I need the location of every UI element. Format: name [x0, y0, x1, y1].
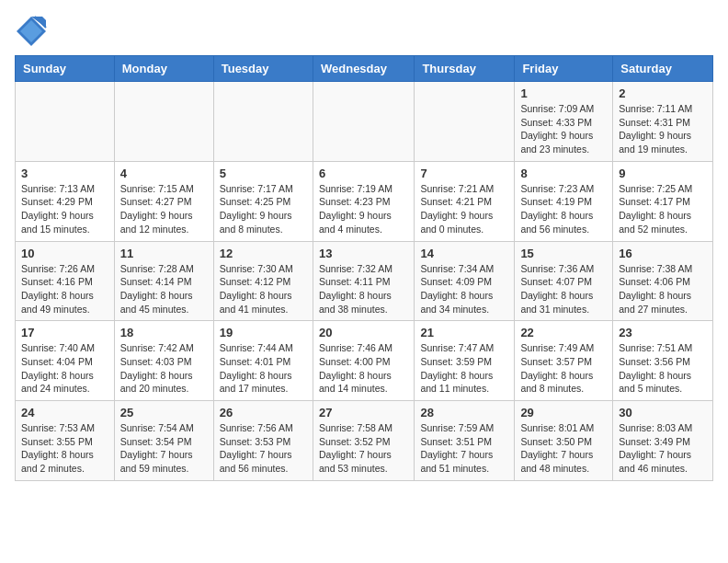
day-number: 18 — [120, 326, 208, 339]
day-cell: 28Sunrise: 7:59 AM Sunset: 3:51 PM Dayli… — [415, 401, 515, 481]
day-info: Sunrise: 7:26 AM Sunset: 4:16 PM Dayligh… — [21, 262, 108, 316]
week-row-5: 24Sunrise: 7:53 AM Sunset: 3:55 PM Dayli… — [16, 401, 713, 481]
logo — [15, 15, 51, 48]
day-cell: 11Sunrise: 7:28 AM Sunset: 4:14 PM Dayli… — [114, 241, 213, 321]
day-cell: 8Sunrise: 7:23 AM Sunset: 4:19 PM Daylig… — [515, 161, 613, 241]
day-number: 8 — [520, 167, 607, 180]
day-number: 14 — [420, 247, 508, 260]
day-number: 27 — [319, 406, 408, 419]
week-row-1: 1Sunrise: 7:09 AM Sunset: 4:33 PM Daylig… — [16, 82, 713, 162]
day-info: Sunrise: 7:30 AM Sunset: 4:12 PM Dayligh… — [220, 262, 307, 316]
day-cell: 9Sunrise: 7:25 AM Sunset: 4:17 PM Daylig… — [613, 161, 713, 241]
day-cell: 3Sunrise: 7:13 AM Sunset: 4:29 PM Daylig… — [16, 161, 115, 241]
day-number: 22 — [520, 326, 607, 339]
day-cell: 5Sunrise: 7:17 AM Sunset: 4:25 PM Daylig… — [213, 161, 313, 241]
day-cell: 18Sunrise: 7:42 AM Sunset: 4:03 PM Dayli… — [114, 321, 213, 401]
day-info: Sunrise: 7:09 AM Sunset: 4:33 PM Dayligh… — [520, 102, 607, 156]
header-thursday: Thursday — [415, 56, 515, 82]
day-number: 24 — [21, 406, 108, 419]
day-number: 2 — [619, 86, 707, 100]
day-cell: 14Sunrise: 7:34 AM Sunset: 4:09 PM Dayli… — [415, 241, 515, 321]
day-info: Sunrise: 7:49 AM Sunset: 3:57 PM Dayligh… — [520, 341, 607, 396]
day-number: 15 — [520, 247, 607, 260]
day-info: Sunrise: 7:32 AM Sunset: 4:11 PM Dayligh… — [319, 262, 408, 316]
day-cell: 24Sunrise: 7:53 AM Sunset: 3:55 PM Dayli… — [16, 401, 115, 481]
day-number: 6 — [319, 167, 408, 180]
day-info: Sunrise: 7:54 AM Sunset: 3:54 PM Dayligh… — [120, 421, 208, 476]
day-info: Sunrise: 7:23 AM Sunset: 4:19 PM Dayligh… — [520, 182, 607, 236]
day-cell — [114, 82, 213, 162]
header-wednesday: Wednesday — [313, 56, 414, 82]
day-cell: 4Sunrise: 7:15 AM Sunset: 4:27 PM Daylig… — [114, 161, 213, 241]
day-cell: 1Sunrise: 7:09 AM Sunset: 4:33 PM Daylig… — [515, 82, 613, 162]
day-cell: 17Sunrise: 7:40 AM Sunset: 4:04 PM Dayli… — [16, 321, 115, 401]
day-info: Sunrise: 7:53 AM Sunset: 3:55 PM Dayligh… — [21, 421, 108, 476]
day-info: Sunrise: 7:13 AM Sunset: 4:29 PM Dayligh… — [21, 182, 108, 236]
day-number: 7 — [420, 167, 508, 180]
day-info: Sunrise: 7:47 AM Sunset: 3:59 PM Dayligh… — [420, 341, 508, 396]
day-cell: 6Sunrise: 7:19 AM Sunset: 4:23 PM Daylig… — [313, 161, 414, 241]
day-number: 10 — [21, 247, 108, 260]
week-row-2: 3Sunrise: 7:13 AM Sunset: 4:29 PM Daylig… — [16, 161, 713, 241]
day-info: Sunrise: 7:59 AM Sunset: 3:51 PM Dayligh… — [420, 421, 508, 476]
day-cell: 30Sunrise: 8:03 AM Sunset: 3:49 PM Dayli… — [613, 401, 713, 481]
day-cell: 21Sunrise: 7:47 AM Sunset: 3:59 PM Dayli… — [415, 321, 515, 401]
svg-marker-1 — [20, 20, 42, 42]
day-number: 12 — [220, 247, 307, 260]
logo-icon — [15, 15, 48, 48]
day-cell: 23Sunrise: 7:51 AM Sunset: 3:56 PM Dayli… — [613, 321, 713, 401]
day-info: Sunrise: 7:17 AM Sunset: 4:25 PM Dayligh… — [220, 182, 307, 236]
day-number: 1 — [520, 86, 607, 100]
day-cell: 25Sunrise: 7:54 AM Sunset: 3:54 PM Dayli… — [114, 401, 213, 481]
day-info: Sunrise: 7:25 AM Sunset: 4:17 PM Dayligh… — [619, 182, 707, 236]
day-cell: 19Sunrise: 7:44 AM Sunset: 4:01 PM Dayli… — [213, 321, 313, 401]
day-cell — [313, 82, 414, 162]
day-cell: 2Sunrise: 7:11 AM Sunset: 4:31 PM Daylig… — [613, 82, 713, 162]
day-info: Sunrise: 7:51 AM Sunset: 3:56 PM Dayligh… — [619, 341, 707, 396]
day-cell — [213, 82, 313, 162]
day-info: Sunrise: 8:01 AM Sunset: 3:50 PM Dayligh… — [520, 421, 607, 476]
day-info: Sunrise: 8:03 AM Sunset: 3:49 PM Dayligh… — [619, 421, 707, 476]
day-cell: 20Sunrise: 7:46 AM Sunset: 4:00 PM Dayli… — [313, 321, 414, 401]
day-cell — [415, 82, 515, 162]
day-cell: 26Sunrise: 7:56 AM Sunset: 3:53 PM Dayli… — [213, 401, 313, 481]
day-info: Sunrise: 7:15 AM Sunset: 4:27 PM Dayligh… — [120, 182, 208, 236]
day-cell: 7Sunrise: 7:21 AM Sunset: 4:21 PM Daylig… — [415, 161, 515, 241]
day-info: Sunrise: 7:38 AM Sunset: 4:06 PM Dayligh… — [619, 262, 707, 316]
day-number: 16 — [619, 247, 707, 260]
day-cell: 15Sunrise: 7:36 AM Sunset: 4:07 PM Dayli… — [515, 241, 613, 321]
day-number: 25 — [120, 406, 208, 419]
day-number: 26 — [220, 406, 307, 419]
day-cell: 12Sunrise: 7:30 AM Sunset: 4:12 PM Dayli… — [213, 241, 313, 321]
day-info: Sunrise: 7:44 AM Sunset: 4:01 PM Dayligh… — [220, 341, 307, 396]
header-saturday: Saturday — [613, 56, 713, 82]
day-info: Sunrise: 7:46 AM Sunset: 4:00 PM Dayligh… — [319, 341, 408, 396]
day-info: Sunrise: 7:56 AM Sunset: 3:53 PM Dayligh… — [220, 421, 307, 476]
week-row-3: 10Sunrise: 7:26 AM Sunset: 4:16 PM Dayli… — [16, 241, 713, 321]
header-tuesday: Tuesday — [213, 56, 313, 82]
day-number: 28 — [420, 406, 508, 419]
day-cell — [16, 82, 115, 162]
header-sunday: Sunday — [16, 56, 115, 82]
day-cell: 29Sunrise: 8:01 AM Sunset: 3:50 PM Dayli… — [515, 401, 613, 481]
day-number: 9 — [619, 167, 707, 180]
week-row-4: 17Sunrise: 7:40 AM Sunset: 4:04 PM Dayli… — [16, 321, 713, 401]
day-info: Sunrise: 7:11 AM Sunset: 4:31 PM Dayligh… — [619, 102, 707, 156]
day-cell: 13Sunrise: 7:32 AM Sunset: 4:11 PM Dayli… — [313, 241, 414, 321]
day-number: 13 — [319, 247, 408, 260]
day-number: 4 — [120, 167, 208, 180]
day-info: Sunrise: 7:34 AM Sunset: 4:09 PM Dayligh… — [420, 262, 508, 316]
day-info: Sunrise: 7:19 AM Sunset: 4:23 PM Dayligh… — [319, 182, 408, 236]
day-number: 29 — [520, 406, 607, 419]
day-number: 20 — [319, 326, 408, 339]
day-info: Sunrise: 7:21 AM Sunset: 4:21 PM Dayligh… — [420, 182, 508, 236]
day-number: 30 — [619, 406, 707, 419]
day-cell: 10Sunrise: 7:26 AM Sunset: 4:16 PM Dayli… — [16, 241, 115, 321]
day-number: 19 — [220, 326, 307, 339]
day-info: Sunrise: 7:36 AM Sunset: 4:07 PM Dayligh… — [520, 262, 607, 316]
day-cell: 16Sunrise: 7:38 AM Sunset: 4:06 PM Dayli… — [613, 241, 713, 321]
day-number: 11 — [120, 247, 208, 260]
day-number: 5 — [220, 167, 307, 180]
day-info: Sunrise: 7:58 AM Sunset: 3:52 PM Dayligh… — [319, 421, 408, 476]
header-friday: Friday — [515, 56, 613, 82]
